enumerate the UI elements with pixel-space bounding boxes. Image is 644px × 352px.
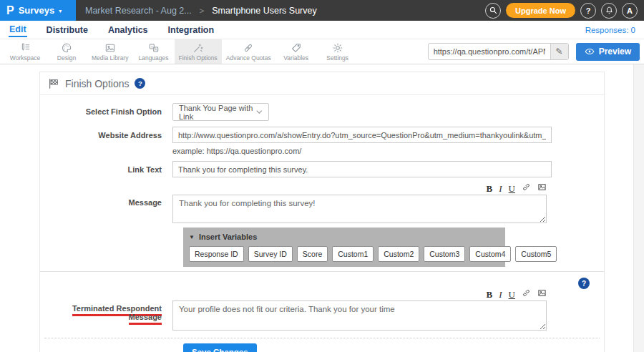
save-changes-button[interactable]: Save Changes xyxy=(183,343,257,352)
terminated-editor-toolbar: B I U xyxy=(172,289,547,299)
toolbar-item-settings[interactable]: Settings xyxy=(317,39,358,64)
toolbar-item-workspace[interactable]: Workspace xyxy=(4,39,46,64)
bold-button[interactable]: B xyxy=(487,184,493,193)
website-example-text: example: https://qa.questionpro.com/ xyxy=(172,147,552,155)
italic-button[interactable]: I xyxy=(499,184,502,193)
website-address-row: Website Address example: https://qa.ques… xyxy=(40,127,604,155)
palette-icon xyxy=(61,42,72,54)
search-icon xyxy=(489,6,498,15)
link-text-label: Link Text xyxy=(40,161,172,174)
notifications-button[interactable] xyxy=(601,3,617,19)
translate-icon: xA xyxy=(148,42,160,54)
italic-button[interactable]: I xyxy=(499,290,502,299)
var-custom4-button[interactable]: Custom4 xyxy=(469,246,511,262)
bell-icon xyxy=(605,6,614,15)
tab-integration[interactable]: Integration xyxy=(167,24,215,36)
finish-option-row: Select Finish Option Thank You Page with… xyxy=(40,103,604,121)
tab-distribute[interactable]: Distribute xyxy=(46,24,89,36)
terminated-help-icon[interactable]: ? xyxy=(578,278,590,289)
var-survey-id-button[interactable]: Survey ID xyxy=(248,246,293,262)
breadcrumb-separator: > xyxy=(200,6,204,15)
edit-url-button[interactable]: ✎ xyxy=(550,44,568,59)
terminated-help-row: ? xyxy=(40,272,604,289)
link-text-input[interactable] xyxy=(172,161,552,177)
chain-icon xyxy=(243,42,254,54)
link-text-row: Link Text xyxy=(40,161,604,177)
finish-option-label: Select Finish Option xyxy=(40,103,172,116)
link-icon[interactable] xyxy=(522,182,531,194)
terminated-message-row: Terminated Respondent Message B I U Your… xyxy=(40,289,604,333)
surveys-menu[interactable]: P Surveys ▾ xyxy=(0,0,76,21)
survey-tabs: Edit Distribute Analytics Integration Re… xyxy=(0,21,644,39)
main-content: Finish Options ? Select Finish Option Th… xyxy=(0,64,644,352)
message-label: Message xyxy=(40,183,172,207)
underline-button[interactable]: U xyxy=(509,290,515,299)
message-editor-toolbar: B I U xyxy=(172,183,547,193)
preview-button[interactable]: Preview xyxy=(576,43,640,61)
edit-toolbar: Workspace Design Media Library xA Langua… xyxy=(0,39,644,64)
toolbar-item-design[interactable]: Design xyxy=(46,39,87,64)
insert-image-icon[interactable] xyxy=(537,182,547,194)
toolbar-item-variables[interactable]: Variables xyxy=(275,39,317,64)
terminated-message-label: Terminated Respondent Message xyxy=(40,289,172,321)
breadcrumb-survey-name: Smartphone Users Survey xyxy=(212,6,317,16)
insert-variables-buttons: Response ID Survey ID Score Custom1 Cust… xyxy=(189,246,499,262)
breadcrumb-folder[interactable]: Market Research - Aug 2... xyxy=(85,6,192,16)
questionpro-logo: P xyxy=(6,5,14,16)
help-button[interactable]: ? xyxy=(580,3,596,19)
breadcrumb: Market Research - Aug 2... > Smartphone … xyxy=(76,6,317,16)
toolbar-right: ✎ Preview xyxy=(428,43,640,61)
toolbar-item-advance-quotas[interactable]: Advance Quotas xyxy=(222,39,275,64)
chevron-down-icon xyxy=(256,109,263,114)
app-window: P Surveys ▾ Market Research - Aug 2... >… xyxy=(0,0,644,352)
var-custom5-button[interactable]: Custom5 xyxy=(515,246,557,262)
account-avatar[interactable]: A xyxy=(622,3,638,19)
pencil-lines-icon xyxy=(19,42,31,54)
var-custom2-button[interactable]: Custom2 xyxy=(378,246,419,262)
underline-button[interactable]: U xyxy=(509,184,515,193)
tab-analytics[interactable]: Analytics xyxy=(107,24,149,36)
var-response-id-button[interactable]: Response ID xyxy=(189,246,244,262)
var-custom3-button[interactable]: Custom3 xyxy=(424,246,465,262)
link-icon[interactable] xyxy=(522,288,531,300)
survey-url-input[interactable] xyxy=(429,47,550,56)
message-row: Message B I U Thank you for completing t… xyxy=(40,183,604,226)
terminated-message-textarea[interactable]: Your profile does not fit our criteria. … xyxy=(172,300,547,331)
page-title: Finish Options xyxy=(65,78,129,89)
pencil-icon: ✎ xyxy=(556,47,563,57)
tag-icon xyxy=(291,42,302,54)
toolbar-items: Workspace Design Media Library xA Langua… xyxy=(4,39,358,64)
finish-options-card: Finish Options ? Select Finish Option Th… xyxy=(39,72,605,352)
tab-edit[interactable]: Edit xyxy=(9,23,27,37)
caret-down-icon: ▼ xyxy=(189,234,195,240)
magic-wand-icon xyxy=(192,42,204,54)
svg-text:x: x xyxy=(151,44,153,48)
toolbar-item-languages[interactable]: xA Languages xyxy=(133,39,175,64)
chevron-down-icon: ▾ xyxy=(59,8,62,14)
eye-icon xyxy=(585,47,595,57)
search-button[interactable] xyxy=(485,3,501,19)
responses-count[interactable]: Responses: 0 xyxy=(585,26,635,34)
scrollbar[interactable] xyxy=(633,64,644,352)
website-address-label: Website Address xyxy=(40,127,172,140)
gear-icon xyxy=(332,42,343,54)
finish-options-help-icon[interactable]: ? xyxy=(135,78,145,89)
var-custom1-button[interactable]: Custom1 xyxy=(332,246,374,262)
website-address-input[interactable] xyxy=(172,127,552,143)
toolbar-item-media-library[interactable]: Media Library xyxy=(87,39,133,64)
bold-button[interactable]: B xyxy=(487,290,493,299)
finish-options-form: Select Finish Option Thank You Page with… xyxy=(40,95,604,352)
card-title-row: Finish Options ? xyxy=(40,72,604,95)
message-textarea[interactable]: Thank you for completing this survey! xyxy=(172,195,547,223)
svg-text:A: A xyxy=(155,47,157,51)
product-name: Surveys xyxy=(19,5,55,16)
finish-flag-icon xyxy=(48,78,59,89)
insert-variables-toggle[interactable]: ▼ Insert Variables xyxy=(189,233,499,241)
survey-url-group: ✎ xyxy=(428,43,569,60)
upgrade-now-button[interactable]: Upgrade Now xyxy=(506,3,575,18)
toolbar-item-finish-options[interactable]: Finish Options xyxy=(175,39,222,64)
insert-variables-panel: ▼ Insert Variables Response ID Survey ID… xyxy=(183,228,505,267)
insert-image-icon[interactable] xyxy=(537,288,547,300)
var-score-button[interactable]: Score xyxy=(297,246,328,262)
finish-option-select[interactable]: Thank You Page with Link xyxy=(172,103,269,121)
